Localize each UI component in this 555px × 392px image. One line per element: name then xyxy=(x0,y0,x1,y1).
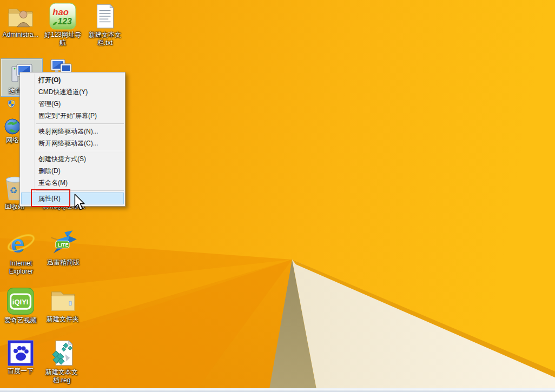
desktop-icon-label: InternetExplorer xyxy=(9,260,34,276)
desktop-icon-label-line: 迅雷精简版 xyxy=(47,258,80,267)
svg-text:LITE: LITE xyxy=(58,242,69,248)
desktop-icon-new-folder[interactable]: 新建文件夹 xyxy=(42,285,83,324)
desktop-icon-label: 网络 xyxy=(6,136,19,144)
baidu-icon xyxy=(8,340,34,366)
desktop-icon-iqiyi[interactable]: iQIYI爱奇艺视频 xyxy=(0,286,41,325)
thunder-lite-icon: LITE xyxy=(49,229,77,257)
menu-item-cmd-quick-channel[interactable]: CMD快速通道(Y) xyxy=(21,86,124,98)
new-folder-icon xyxy=(49,286,77,314)
desktop-icon-label-line: Internet xyxy=(9,260,34,268)
desktop-icon-label: 新建文本文档.reg xyxy=(45,368,78,384)
internet-globe-icon xyxy=(4,118,21,135)
desktop-icon-label-line: 网络 xyxy=(6,136,19,144)
desktop[interactable]: Administra...hao123好123网址导航新建文本文档.txt这台电… xyxy=(0,0,555,392)
desktop-icon-label: 百度一下 xyxy=(8,367,34,375)
menu-item-manage[interactable]: 管理(G) xyxy=(21,98,124,110)
menu-item-pin-to-start[interactable]: 固定到“开始”屏幕(P) xyxy=(21,110,124,122)
desktop-icon-hao123[interactable]: hao123好123网址导航 xyxy=(42,2,83,48)
svg-text:iQIYI: iQIYI xyxy=(12,298,29,306)
desktop-icon-baidu[interactable]: 百度一下 xyxy=(0,339,41,376)
menu-item-label: CMD快速通道(Y) xyxy=(38,88,88,96)
desktop-icon-label: 新建文件夹 xyxy=(47,315,79,323)
desktop-icon-label-line: 新建文本文 xyxy=(45,368,78,376)
menu-item-label: 打开(O) xyxy=(38,76,61,84)
menu-item-rename[interactable]: 重命名(M) xyxy=(21,177,124,189)
desktop-icon-label-line: 好123网址导 xyxy=(44,31,81,39)
menu-item-label: 创建快捷方式(S) xyxy=(38,155,86,163)
menu-item-delete[interactable]: 删除(D) xyxy=(21,165,124,177)
desktop-icon-label-line: 航 xyxy=(44,39,81,47)
hao123-icon: hao123 xyxy=(49,3,76,30)
menu-item-label: 删除(D) xyxy=(38,167,61,175)
menu-item-label: 管理(G) xyxy=(38,100,61,108)
desktop-icon-new-text-doc-txt[interactable]: 新建文本文档.txt xyxy=(84,2,125,48)
menu-item-label: 断开网络驱动器(C)... xyxy=(38,139,98,147)
menu-item-label: 固定到“开始”屏幕(P) xyxy=(38,112,97,119)
menu-item-map-network-drive[interactable]: 映射网络驱动器(N)... xyxy=(21,125,124,137)
desktop-icon-label-line: Explorer xyxy=(9,268,34,276)
mouse-cursor-icon xyxy=(73,194,88,212)
desktop-icon-label: 爱奇艺视频 xyxy=(4,316,37,324)
desktop-icon-internet-explorer[interactable]: eInternetExplorer xyxy=(1,228,42,277)
annotation-red-box xyxy=(31,189,70,207)
svg-text:e: e xyxy=(11,230,25,258)
desktop-icon-label-line: 爱奇艺视频 xyxy=(4,316,37,324)
desktop-icon-label-line: 百度一下 xyxy=(8,367,34,375)
menu-item-label: 映射网络驱动器(N)... xyxy=(38,128,98,135)
menu-item-disconnect-network-drive[interactable]: 断开网络驱动器(C)... xyxy=(21,137,124,149)
new-text-doc-reg-icon xyxy=(48,339,76,367)
menu-item-label: 重命名(M) xyxy=(38,179,68,187)
svg-text:hao: hao xyxy=(52,7,69,17)
desktop-icon-label-line: 新建文件夹 xyxy=(47,315,79,323)
svg-text:123: 123 xyxy=(58,17,72,26)
desktop-icon-label-line: 档.txt xyxy=(89,39,121,47)
menu-item-open[interactable]: 打开(O) xyxy=(21,74,124,86)
context-menu: 打开(O)CMD快速通道(Y)管理(G)固定到“开始”屏幕(P)映射网络驱动器(… xyxy=(19,72,125,207)
desktop-icon-label-line: Administra... xyxy=(3,31,39,39)
desktop-icon-label-line: 新建文本文 xyxy=(89,31,121,39)
svg-text:♻: ♻ xyxy=(9,185,17,196)
menu-separator xyxy=(36,123,124,124)
new-text-doc-txt-icon xyxy=(91,3,118,30)
desktop-icon-thunder-lite[interactable]: LITE迅雷精简版 xyxy=(43,228,84,268)
desktop-icon-label: 新建文本文档.txt xyxy=(89,31,121,47)
internet-explorer-icon: e xyxy=(6,229,36,258)
iqiyi-icon: iQIYI xyxy=(6,287,35,315)
desktop-icon-new-text-doc-reg[interactable]: 新建文本文档.reg xyxy=(41,338,82,386)
menu-item-create-shortcut[interactable]: 创建快捷方式(S) xyxy=(21,153,124,165)
desktop-icon-label: 好123网址导航 xyxy=(44,31,81,47)
desktop-icon-label: 迅雷精简版 xyxy=(47,258,80,267)
desktop-icon-label-line: 档.reg xyxy=(45,376,78,384)
taskbar-edge[interactable] xyxy=(0,388,555,392)
administrator-icon xyxy=(7,3,34,30)
desktop-icon-label: Administra... xyxy=(3,31,39,39)
uac-shield-icon xyxy=(7,99,16,108)
menu-separator xyxy=(36,151,124,151)
desktop-icon-administrator[interactable]: Administra... xyxy=(0,2,41,40)
